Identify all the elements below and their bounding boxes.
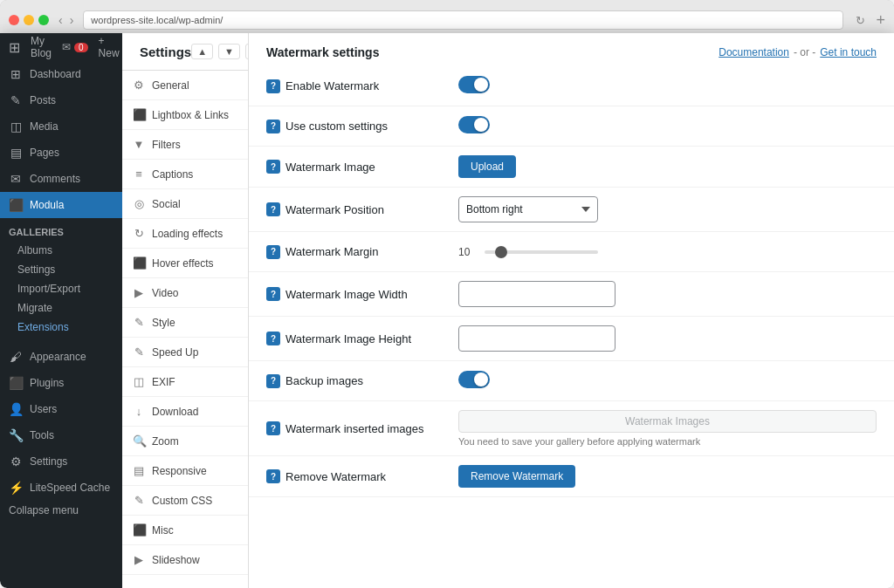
input-watermark-image-height[interactable]	[458, 325, 615, 352]
watermark-section-title: Watermark settings	[266, 45, 379, 59]
left-panel-video[interactable]: ▶ Video	[122, 278, 248, 308]
sidebar-sub-extensions[interactable]: Extensions	[0, 318, 122, 337]
left-panel-label-hover: Hover effects	[152, 257, 213, 270]
sidebar-item-pages[interactable]: ▤ Pages	[0, 140, 122, 166]
upload-button[interactable]: Upload	[458, 155, 516, 178]
left-panel-misc[interactable]: ⬛ Misc	[122, 516, 248, 545]
left-panel-download[interactable]: ↓ Download	[122, 397, 248, 427]
control-watermark-image-width	[458, 281, 877, 307]
admin-bar-comments[interactable]: ✉ 0	[62, 41, 88, 53]
browser-chrome: ‹ › wordpress-site.local/wp-admin/ ↻ +	[0, 0, 894, 33]
sidebar-item-modula[interactable]: ⬛ Modula	[0, 192, 122, 218]
sidebar-item-posts[interactable]: ✎ Posts	[0, 87, 122, 113]
help-icon-watermark-margin[interactable]: ?	[266, 245, 280, 259]
left-panel-loading[interactable]: ↻ Loading effects	[122, 219, 248, 249]
left-panel-customcss[interactable]: ✎ Custom CSS	[122, 486, 248, 516]
sidebar-label-settings-main: Settings	[30, 455, 67, 468]
get-in-touch-link[interactable]: Get in touch	[820, 46, 877, 58]
reload-icon[interactable]: ↻	[856, 14, 865, 27]
sidebar-sub-settings[interactable]: Settings	[0, 260, 122, 279]
nav-arrows: ‹ ›	[56, 13, 76, 27]
sidebar-item-users[interactable]: 👤 Users	[0, 396, 122, 422]
sidebar-item-litespeed[interactable]: ⚡ LiteSpeed Cache	[0, 475, 122, 501]
sidebar-item-dashboard[interactable]: ⊞ Dashboard	[0, 61, 122, 87]
left-panel-general[interactable]: ⚙ General	[122, 71, 248, 100]
new-tab-button[interactable]: +	[876, 11, 885, 30]
help-icon-remove-watermark[interactable]: ?	[266, 469, 280, 483]
documentation-link[interactable]: Documentation	[719, 46, 789, 58]
setting-row-backup-images: ? Backup images	[249, 361, 894, 401]
sidebar-label-litespeed: LiteSpeed Cache	[30, 482, 110, 494]
left-panel-style[interactable]: ✎ Style	[122, 308, 248, 338]
setting-label-wrap-wm-height: ? Watermark Image Height	[266, 332, 458, 345]
left-panel-speedup[interactable]: ✎ Speed Up	[122, 338, 248, 367]
forward-button[interactable]: ›	[67, 13, 77, 27]
sidebar-label-modula: Modula	[30, 199, 64, 211]
collapse-down-button[interactable]: ▼	[218, 44, 240, 59]
sidebar-sub-migrate[interactable]: Migrate	[0, 298, 122, 318]
sidebar-item-comments[interactable]: ✉ Comments	[0, 166, 122, 192]
left-panel-exif[interactable]: ◫ EXIF	[122, 367, 248, 397]
sidebar-collapse-menu[interactable]: Collapse menu	[0, 501, 122, 520]
help-icon-custom-settings[interactable]: ?	[266, 120, 280, 133]
left-panel-hover[interactable]: ⬛ Hover effects	[122, 249, 248, 278]
sidebar-item-appearance[interactable]: 🖌 Appearance	[0, 344, 122, 370]
sidebar-item-plugins[interactable]: ⬛ Plugins	[0, 370, 122, 396]
wp-logo-icon: ⊞	[9, 39, 20, 56]
left-panel-social[interactable]: ◎ Social	[122, 189, 248, 219]
toggle-backup-images[interactable]	[458, 371, 490, 388]
admin-bar-site[interactable]: My Blog	[31, 35, 52, 59]
remove-watermark-button[interactable]: Remove Watermark	[458, 465, 575, 488]
setting-label-wrap-remove: ? Remove Watermark	[266, 469, 458, 483]
input-watermark-image-width[interactable]	[458, 281, 615, 307]
left-panel-filters[interactable]: ▼ Filters	[122, 130, 248, 160]
left-panel-zoom[interactable]: 🔍 Zoom	[122, 427, 248, 456]
help-icon-watermark-position[interactable]: ?	[266, 202, 280, 216]
label-use-custom-settings: Use custom settings	[285, 120, 388, 133]
back-button[interactable]: ‹	[56, 13, 65, 27]
help-icon-watermark-image[interactable]: ?	[266, 160, 280, 174]
help-icon-enable-watermark[interactable]: ?	[266, 79, 280, 93]
toggle-use-custom-settings[interactable]	[458, 116, 490, 133]
slider-watermark-margin[interactable]	[485, 250, 598, 254]
sidebar-sub-import-export[interactable]: Import/Export	[0, 279, 122, 298]
control-remove-watermark: Remove Watermark	[458, 465, 877, 488]
plugins-icon: ⬛	[9, 376, 23, 390]
watermark-links: Documentation - or - Get in touch	[719, 46, 877, 58]
appearance-icon: 🖌	[9, 350, 23, 364]
watermark-images-button[interactable]: Watermak Images	[458, 410, 877, 433]
setting-row-watermark-position: ? Watermark Position Bottom right Top le…	[249, 188, 894, 232]
left-panel-captions[interactable]: ≡ Captions	[122, 160, 248, 189]
collapse-up-button[interactable]: ▲	[191, 44, 213, 59]
sidebar-item-tools[interactable]: 🔧 Tools	[0, 422, 122, 448]
galleries-section-label: Galleries	[0, 218, 122, 241]
left-panel-slideshow[interactable]: ▶ Slideshow	[122, 545, 248, 575]
sidebar-label-pages: Pages	[30, 147, 59, 159]
settings-header-controls: ▲ ▼ ▲	[191, 44, 249, 59]
setting-label-wrap-wm-position: ? Watermark Position	[266, 202, 458, 216]
left-panel-label-general: General	[152, 79, 189, 92]
settings-header: Settings ▲ ▼ ▲	[122, 33, 248, 71]
minimize-button[interactable]	[24, 15, 34, 25]
select-watermark-position[interactable]: Bottom right Top left Top center Top rig…	[458, 196, 598, 222]
watermark-header: Watermark settings Documentation - or - …	[249, 33, 894, 66]
sidebar-item-media[interactable]: ◫ Media	[0, 113, 122, 140]
address-bar[interactable]: wordpress-site.local/wp-admin/	[83, 10, 843, 30]
help-icon-watermark-image-height[interactable]: ?	[266, 332, 280, 345]
help-icon-watermark-inserted[interactable]: ?	[266, 421, 280, 435]
captions-icon: ≡	[133, 168, 145, 181]
help-icon-watermark-image-width[interactable]: ?	[266, 287, 280, 301]
sidebar-label-users: Users	[30, 403, 57, 415]
help-icon-backup-images[interactable]: ?	[266, 374, 280, 388]
sidebar-item-settings-main[interactable]: ⚙ Settings	[0, 448, 122, 475]
maximize-button[interactable]	[38, 15, 49, 25]
left-panel-responsive[interactable]: ▤ Responsive	[122, 456, 248, 486]
toggle-enable-watermark[interactable]	[458, 76, 490, 93]
filters-icon: ▼	[133, 138, 145, 151]
sidebar-sub-albums[interactable]: Albums	[0, 241, 122, 260]
general-icon: ⚙	[133, 79, 145, 92]
admin-bar-new[interactable]: + New	[99, 35, 120, 59]
left-panel-lightbox[interactable]: ⬛ Lightbox & Links	[122, 100, 248, 130]
loading-icon: ↻	[133, 227, 145, 240]
close-button[interactable]	[9, 15, 19, 25]
